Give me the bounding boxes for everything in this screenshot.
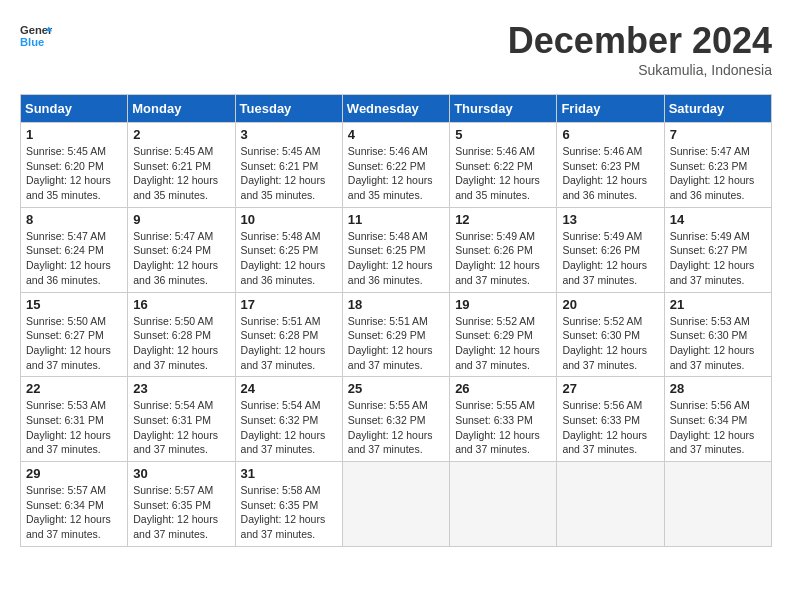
- day-number: 14: [670, 212, 766, 227]
- day-number: 1: [26, 127, 122, 142]
- calendar-cell: [664, 462, 771, 547]
- day-number: 27: [562, 381, 658, 396]
- day-number: 20: [562, 297, 658, 312]
- day-number: 18: [348, 297, 444, 312]
- day-info: Sunrise: 5:53 AMSunset: 6:31 PMDaylight:…: [26, 398, 122, 457]
- day-info: Sunrise: 5:47 AMSunset: 6:24 PMDaylight:…: [133, 229, 229, 288]
- day-number: 7: [670, 127, 766, 142]
- calendar-cell: 5Sunrise: 5:46 AMSunset: 6:22 PMDaylight…: [450, 123, 557, 208]
- calendar-cell: 16Sunrise: 5:50 AMSunset: 6:28 PMDayligh…: [128, 292, 235, 377]
- calendar-week-5: 29Sunrise: 5:57 AMSunset: 6:34 PMDayligh…: [21, 462, 772, 547]
- day-info: Sunrise: 5:55 AMSunset: 6:32 PMDaylight:…: [348, 398, 444, 457]
- day-info: Sunrise: 5:55 AMSunset: 6:33 PMDaylight:…: [455, 398, 551, 457]
- day-info: Sunrise: 5:49 AMSunset: 6:26 PMDaylight:…: [455, 229, 551, 288]
- calendar-cell: 14Sunrise: 5:49 AMSunset: 6:27 PMDayligh…: [664, 207, 771, 292]
- calendar-cell: 20Sunrise: 5:52 AMSunset: 6:30 PMDayligh…: [557, 292, 664, 377]
- day-info: Sunrise: 5:56 AMSunset: 6:34 PMDaylight:…: [670, 398, 766, 457]
- day-info: Sunrise: 5:52 AMSunset: 6:30 PMDaylight:…: [562, 314, 658, 373]
- calendar-cell: 13Sunrise: 5:49 AMSunset: 6:26 PMDayligh…: [557, 207, 664, 292]
- day-info: Sunrise: 5:56 AMSunset: 6:33 PMDaylight:…: [562, 398, 658, 457]
- day-info: Sunrise: 5:58 AMSunset: 6:35 PMDaylight:…: [241, 483, 337, 542]
- day-header-thursday: Thursday: [450, 95, 557, 123]
- day-info: Sunrise: 5:50 AMSunset: 6:28 PMDaylight:…: [133, 314, 229, 373]
- calendar-cell: 6Sunrise: 5:46 AMSunset: 6:23 PMDaylight…: [557, 123, 664, 208]
- day-number: 5: [455, 127, 551, 142]
- day-number: 8: [26, 212, 122, 227]
- calendar-cell: 27Sunrise: 5:56 AMSunset: 6:33 PMDayligh…: [557, 377, 664, 462]
- day-number: 2: [133, 127, 229, 142]
- day-info: Sunrise: 5:54 AMSunset: 6:32 PMDaylight:…: [241, 398, 337, 457]
- day-info: Sunrise: 5:45 AMSunset: 6:21 PMDaylight:…: [241, 144, 337, 203]
- day-info: Sunrise: 5:57 AMSunset: 6:34 PMDaylight:…: [26, 483, 122, 542]
- day-header-sunday: Sunday: [21, 95, 128, 123]
- calendar-week-3: 15Sunrise: 5:50 AMSunset: 6:27 PMDayligh…: [21, 292, 772, 377]
- page-header: General Blue December 2024 Sukamulia, In…: [20, 20, 772, 78]
- calendar-cell: 2Sunrise: 5:45 AMSunset: 6:21 PMDaylight…: [128, 123, 235, 208]
- general-blue-logo-icon: General Blue: [20, 20, 52, 52]
- days-of-week-header: SundayMondayTuesdayWednesdayThursdayFrid…: [21, 95, 772, 123]
- day-info: Sunrise: 5:45 AMSunset: 6:20 PMDaylight:…: [26, 144, 122, 203]
- day-info: Sunrise: 5:47 AMSunset: 6:24 PMDaylight:…: [26, 229, 122, 288]
- location-subtitle: Sukamulia, Indonesia: [508, 62, 772, 78]
- day-number: 17: [241, 297, 337, 312]
- calendar-cell: 29Sunrise: 5:57 AMSunset: 6:34 PMDayligh…: [21, 462, 128, 547]
- day-number: 29: [26, 466, 122, 481]
- title-section: December 2024 Sukamulia, Indonesia: [508, 20, 772, 78]
- day-number: 22: [26, 381, 122, 396]
- day-info: Sunrise: 5:53 AMSunset: 6:30 PMDaylight:…: [670, 314, 766, 373]
- calendar-body: 1Sunrise: 5:45 AMSunset: 6:20 PMDaylight…: [21, 123, 772, 547]
- calendar-cell: 19Sunrise: 5:52 AMSunset: 6:29 PMDayligh…: [450, 292, 557, 377]
- day-info: Sunrise: 5:49 AMSunset: 6:26 PMDaylight:…: [562, 229, 658, 288]
- day-header-saturday: Saturday: [664, 95, 771, 123]
- calendar-cell: 26Sunrise: 5:55 AMSunset: 6:33 PMDayligh…: [450, 377, 557, 462]
- calendar-cell: 21Sunrise: 5:53 AMSunset: 6:30 PMDayligh…: [664, 292, 771, 377]
- calendar-cell: 1Sunrise: 5:45 AMSunset: 6:20 PMDaylight…: [21, 123, 128, 208]
- calendar-cell: 31Sunrise: 5:58 AMSunset: 6:35 PMDayligh…: [235, 462, 342, 547]
- day-info: Sunrise: 5:50 AMSunset: 6:27 PMDaylight:…: [26, 314, 122, 373]
- day-number: 25: [348, 381, 444, 396]
- day-info: Sunrise: 5:49 AMSunset: 6:27 PMDaylight:…: [670, 229, 766, 288]
- day-number: 3: [241, 127, 337, 142]
- day-number: 11: [348, 212, 444, 227]
- calendar-cell: 8Sunrise: 5:47 AMSunset: 6:24 PMDaylight…: [21, 207, 128, 292]
- day-info: Sunrise: 5:46 AMSunset: 6:22 PMDaylight:…: [455, 144, 551, 203]
- day-number: 16: [133, 297, 229, 312]
- day-header-friday: Friday: [557, 95, 664, 123]
- day-number: 15: [26, 297, 122, 312]
- day-info: Sunrise: 5:54 AMSunset: 6:31 PMDaylight:…: [133, 398, 229, 457]
- calendar-cell: [557, 462, 664, 547]
- svg-text:Blue: Blue: [20, 36, 44, 48]
- calendar-cell: 15Sunrise: 5:50 AMSunset: 6:27 PMDayligh…: [21, 292, 128, 377]
- calendar-table: SundayMondayTuesdayWednesdayThursdayFrid…: [20, 94, 772, 547]
- calendar-cell: 25Sunrise: 5:55 AMSunset: 6:32 PMDayligh…: [342, 377, 449, 462]
- day-info: Sunrise: 5:51 AMSunset: 6:28 PMDaylight:…: [241, 314, 337, 373]
- day-info: Sunrise: 5:48 AMSunset: 6:25 PMDaylight:…: [241, 229, 337, 288]
- calendar-week-2: 8Sunrise: 5:47 AMSunset: 6:24 PMDaylight…: [21, 207, 772, 292]
- day-number: 26: [455, 381, 551, 396]
- day-number: 24: [241, 381, 337, 396]
- day-header-wednesday: Wednesday: [342, 95, 449, 123]
- day-number: 12: [455, 212, 551, 227]
- calendar-cell: 28Sunrise: 5:56 AMSunset: 6:34 PMDayligh…: [664, 377, 771, 462]
- day-number: 4: [348, 127, 444, 142]
- calendar-cell: [450, 462, 557, 547]
- calendar-cell: 24Sunrise: 5:54 AMSunset: 6:32 PMDayligh…: [235, 377, 342, 462]
- day-number: 10: [241, 212, 337, 227]
- calendar-cell: 23Sunrise: 5:54 AMSunset: 6:31 PMDayligh…: [128, 377, 235, 462]
- month-title: December 2024: [508, 20, 772, 62]
- day-number: 30: [133, 466, 229, 481]
- calendar-cell: 18Sunrise: 5:51 AMSunset: 6:29 PMDayligh…: [342, 292, 449, 377]
- day-info: Sunrise: 5:48 AMSunset: 6:25 PMDaylight:…: [348, 229, 444, 288]
- logo: General Blue: [20, 20, 56, 52]
- day-info: Sunrise: 5:51 AMSunset: 6:29 PMDaylight:…: [348, 314, 444, 373]
- day-number: 19: [455, 297, 551, 312]
- day-number: 6: [562, 127, 658, 142]
- calendar-cell: 9Sunrise: 5:47 AMSunset: 6:24 PMDaylight…: [128, 207, 235, 292]
- day-info: Sunrise: 5:52 AMSunset: 6:29 PMDaylight:…: [455, 314, 551, 373]
- calendar-cell: 4Sunrise: 5:46 AMSunset: 6:22 PMDaylight…: [342, 123, 449, 208]
- calendar-cell: [342, 462, 449, 547]
- day-number: 28: [670, 381, 766, 396]
- day-info: Sunrise: 5:46 AMSunset: 6:22 PMDaylight:…: [348, 144, 444, 203]
- calendar-cell: 11Sunrise: 5:48 AMSunset: 6:25 PMDayligh…: [342, 207, 449, 292]
- day-header-monday: Monday: [128, 95, 235, 123]
